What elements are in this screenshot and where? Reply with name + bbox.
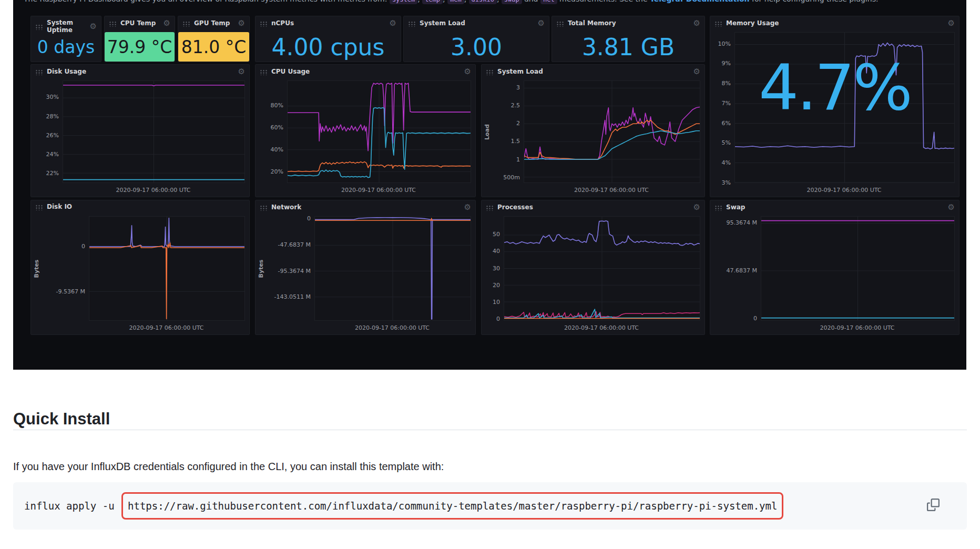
panel-title: nCPUs bbox=[271, 20, 294, 27]
gear-icon: ⚙ bbox=[238, 19, 245, 27]
panel-title: Disk IO bbox=[47, 204, 72, 211]
drag-handle-icon bbox=[486, 69, 494, 75]
x-axis-date: 2020-09-17 06:00:00 UTC bbox=[734, 187, 954, 194]
drag-handle-icon bbox=[109, 21, 117, 27]
drag-handle-icon bbox=[35, 204, 43, 210]
y-axis-tick: 4% bbox=[722, 159, 731, 166]
y-axis-tick: 20 bbox=[493, 282, 500, 289]
y-axis-tick: 7% bbox=[722, 100, 731, 107]
gear-icon: ⚙ bbox=[390, 19, 396, 27]
x-axis-date: 2020-09-17 06:00:00 UTC bbox=[761, 324, 954, 331]
y-axis-tick: 50 bbox=[493, 231, 500, 238]
panel-title: GPU Temp bbox=[194, 20, 230, 27]
panel-system-load-stat: System Load ⚙ 3.00 bbox=[403, 16, 549, 62]
y-axis-tick: 3 bbox=[516, 84, 520, 91]
y-axis-tick: 30% bbox=[46, 94, 59, 100]
panel-cpu-usage: CPU Usage ⚙ 80%60%40%20% 2020-09-17 06:0… bbox=[255, 64, 476, 197]
dashboard-screenshot[interactable]: The Raspberry Pi Dashboard gives you an … bbox=[13, 0, 966, 370]
x-axis-date: 2020-09-17 06:00:00 UTC bbox=[524, 187, 699, 194]
code-chip: temp bbox=[422, 0, 443, 4]
y-axis-tick: 0 bbox=[496, 316, 500, 322]
gear-icon: ⚙ bbox=[693, 19, 700, 27]
code-chip: system bbox=[390, 0, 417, 4]
panel-system-uptime: System Uptime ⚙ 0 days bbox=[30, 16, 101, 62]
panel-title: Disk Usage bbox=[47, 68, 86, 76]
y-axis-tick: 80% bbox=[271, 102, 283, 109]
github-readme-page: The Raspberry Pi Dashboard gives you an … bbox=[0, 0, 980, 549]
drag-handle-icon bbox=[260, 21, 268, 27]
y-axis-tick: 8% bbox=[722, 80, 731, 87]
x-axis-date: 2020-09-17 06:00:00 UTC bbox=[287, 187, 470, 194]
drag-handle-icon bbox=[556, 21, 564, 27]
stat-value: 79.9 °C bbox=[107, 37, 172, 57]
y-axis-tick: 95.3674 M bbox=[727, 219, 757, 226]
gear-icon: ⚙ bbox=[693, 204, 700, 211]
chart-plot bbox=[504, 216, 700, 321]
y-axis-label: Bytes bbox=[258, 259, 264, 278]
y-axis-tick: -47.6837 M bbox=[278, 241, 311, 248]
y-axis-tick: 0 bbox=[81, 243, 85, 250]
drag-handle-icon bbox=[408, 21, 416, 27]
panel-memory-usage: Memory Usage ⚙ 10%9%8%7%6%5%4%3% 4.7% 20… bbox=[710, 16, 959, 197]
stat-value: 3.00 bbox=[404, 32, 549, 62]
y-axis-label: Load bbox=[484, 124, 491, 140]
panel-title: Total Memory bbox=[568, 20, 616, 27]
y-axis-tick: 3% bbox=[722, 179, 731, 186]
code-chip: net bbox=[540, 0, 557, 4]
y-axis-tick: 28% bbox=[46, 113, 59, 120]
description-text: The Raspberry Pi Dashboard gives you an … bbox=[24, 0, 390, 3]
chart-plot bbox=[524, 80, 700, 183]
gear-icon: ⚙ bbox=[464, 68, 471, 76]
code-url: https://raw.githubusercontent.com/influx… bbox=[128, 500, 777, 512]
y-axis-tick: 5% bbox=[722, 139, 731, 146]
gear-icon: ⚙ bbox=[948, 204, 955, 211]
panel-title: System Load bbox=[420, 20, 465, 27]
chart-plot bbox=[63, 80, 245, 183]
panel-network: Network ⚙ 0-47.6837 M-95.3674 M-143.0511… bbox=[255, 200, 476, 335]
panel-processes: Processes ⚙ 50403020100 2020-09-17 06:00… bbox=[481, 200, 705, 335]
panel-ncpus: nCPUs ⚙ 4.00 cpus bbox=[255, 16, 401, 62]
stat-value: 81.0 °C bbox=[181, 37, 247, 57]
telegraf-docs-link: Telegraf Documentation bbox=[650, 0, 750, 3]
code-chip: diskio bbox=[469, 0, 497, 4]
y-axis-tick: 0 bbox=[307, 215, 311, 222]
y-axis-tick: 47.6837 M bbox=[727, 267, 757, 274]
gear-icon: ⚙ bbox=[238, 68, 245, 76]
panel-title: Memory Usage bbox=[726, 20, 779, 27]
y-axis-tick: 2.5 bbox=[511, 102, 520, 109]
y-axis-tick: 0 bbox=[753, 315, 757, 322]
panel-disk-io: Disk IO ⚙ 0-9.5367 MBytes 2020-09-17 06:… bbox=[30, 200, 250, 335]
y-axis-label: Bytes bbox=[33, 259, 40, 278]
gear-icon: ⚙ bbox=[90, 23, 97, 30]
stat-value: 3.81 GB bbox=[552, 32, 705, 62]
panel-cpu-temp: CPU Temp ⚙ 79.9 °C bbox=[104, 16, 175, 62]
panel-title: Network bbox=[271, 204, 301, 211]
y-axis-tick: 40% bbox=[271, 146, 283, 153]
chart-plot bbox=[734, 32, 955, 183]
panel-title: CPU Temp bbox=[120, 20, 156, 27]
y-axis-tick: 20% bbox=[271, 168, 283, 175]
chart-plot bbox=[761, 216, 955, 321]
drag-handle-icon bbox=[486, 205, 494, 211]
stat-value-background: 81.0 °C bbox=[178, 32, 249, 62]
y-axis-tick: -9.5367 M bbox=[56, 288, 85, 295]
panel-disk-usage: Disk Usage ⚙ 30%28%26%24%22% 2020-09-17 … bbox=[30, 64, 250, 197]
stat-value: 0 days bbox=[31, 32, 101, 62]
y-axis-tick: 30 bbox=[493, 265, 500, 272]
panel-system-load-chart: System Load ⚙ 32.521.51500mLoad 2020-09-… bbox=[481, 64, 705, 197]
panel-title: Processes bbox=[497, 204, 533, 211]
code-chip: swap bbox=[502, 0, 522, 4]
y-axis-tick: 10% bbox=[718, 40, 731, 47]
chart-plot bbox=[89, 216, 245, 321]
copy-button[interactable] bbox=[926, 499, 940, 512]
y-axis-tick: -95.3674 M bbox=[278, 268, 311, 274]
y-axis-tick: 1 bbox=[516, 156, 520, 163]
copy-icon bbox=[927, 505, 940, 513]
y-axis-tick: 1.5 bbox=[511, 138, 520, 145]
gear-icon: ⚙ bbox=[164, 19, 170, 27]
drag-handle-icon bbox=[714, 21, 722, 27]
drag-handle-icon bbox=[260, 205, 268, 211]
drag-handle-icon bbox=[182, 21, 190, 27]
gear-icon: ⚙ bbox=[948, 19, 955, 27]
y-axis-tick: 2 bbox=[516, 120, 520, 127]
